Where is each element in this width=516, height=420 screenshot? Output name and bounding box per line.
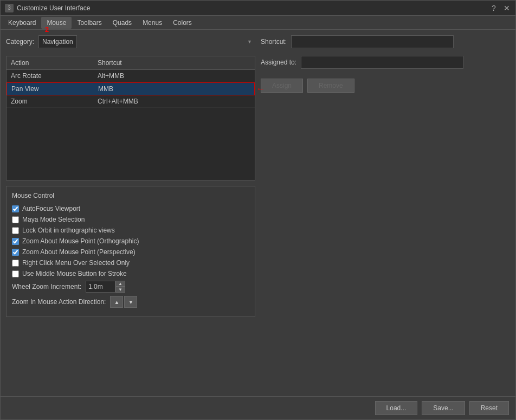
- menu-colors[interactable]: Colors: [167, 17, 197, 29]
- lock-orbit-row: Lock Orbit in orthographic views: [12, 227, 249, 234]
- mouse-control-title: Mouse Control: [12, 192, 249, 199]
- zoom-persp-checkbox[interactable]: [12, 249, 19, 256]
- wheel-zoom-label: Wheel Zoom Increment:: [12, 283, 81, 290]
- autofocus-label: AutoFocus Viewport: [22, 205, 80, 212]
- right-click-row: Right Click Menu Over Selected Only: [12, 259, 249, 267]
- actions-table: Action Shortcut Arc Rotate Alt+MMB Pan V…: [6, 56, 255, 180]
- lock-orbit-label: Lock Orbit in orthographic views: [22, 227, 115, 234]
- wheel-zoom-up[interactable]: ▲: [115, 281, 125, 287]
- main-window: 3 Customize User Interface ? ✕ Keyboard …: [0, 0, 516, 420]
- shortcut-row: Shortcut:: [261, 35, 510, 48]
- right-click-label: Right Click Menu Over Selected Only: [22, 259, 130, 267]
- category-label: Category:: [6, 38, 34, 46]
- window-title: Customize User Interface: [17, 4, 90, 12]
- zoom-direction-dropdown[interactable]: ▼: [124, 296, 137, 308]
- category-row: Category: Navigation Viewport Edit File: [6, 35, 255, 48]
- app-icon: 3: [5, 4, 14, 12]
- remove-button[interactable]: Remove: [307, 79, 354, 93]
- title-bar: 3 Customize User Interface ? ✕: [1, 1, 515, 16]
- assigned-label: Assigned to:: [261, 59, 296, 66]
- zoom-direction-group: ▲ ▼: [110, 296, 137, 308]
- category-select[interactable]: Navigation Viewport Edit File: [38, 35, 77, 48]
- assign-button[interactable]: Assign: [261, 79, 303, 93]
- header-shortcut: Shortcut: [93, 56, 255, 69]
- zoom-persp-label: Zoom About Mouse Point (Perspective): [22, 248, 136, 256]
- zoom-ortho-checkbox[interactable]: [12, 238, 19, 245]
- shortcut-cell: MMB: [94, 83, 254, 95]
- action-cell: Arc Rotate: [7, 70, 93, 82]
- zoom-direction-row: Zoom In Mouse Action Direction: ▲ ▼: [12, 296, 249, 308]
- shortcut-cell: Ctrl+Alt+MMB: [93, 95, 255, 107]
- table-body: Arc Rotate Alt+MMB Pan View MMB ← Zoom C…: [7, 70, 255, 108]
- shortcut-label: Shortcut:: [261, 38, 287, 46]
- action-cell: Zoom: [7, 95, 93, 107]
- maya-mode-label: Maya Mode Selection: [22, 216, 85, 223]
- middle-btn-checkbox[interactable]: [12, 270, 19, 277]
- right-click-checkbox[interactable]: [12, 260, 19, 267]
- zoom-persp-row: Zoom About Mouse Point (Perspective): [12, 248, 249, 256]
- menu-keyboard[interactable]: Keyboard: [3, 17, 41, 29]
- menu-menus[interactable]: Menus: [137, 17, 167, 29]
- action-cell: Pan View: [7, 83, 94, 95]
- save-button[interactable]: Save...: [422, 401, 465, 415]
- middle-btn-label: Use Middle Mouse Button for Stroke: [22, 270, 127, 277]
- table-row[interactable]: Arc Rotate Alt+MMB: [7, 70, 255, 82]
- table-row[interactable]: Zoom Ctrl+Alt+MMB: [7, 95, 255, 108]
- close-button[interactable]: ✕: [502, 4, 511, 12]
- assigned-row: Assigned to:: [261, 56, 510, 69]
- menu-mouse[interactable]: Mouse: [41, 17, 72, 29]
- table-row[interactable]: Pan View MMB ←: [7, 82, 255, 95]
- help-button[interactable]: ?: [489, 4, 498, 12]
- mouse-control-section: Mouse Control AutoFocus Viewport Maya Mo…: [6, 186, 255, 317]
- menu-toolbars[interactable]: Toolbars: [72, 17, 107, 29]
- autofocus-checkbox[interactable]: [12, 205, 19, 212]
- assigned-input[interactable]: [301, 56, 463, 69]
- load-button[interactable]: Load...: [375, 401, 418, 415]
- shortcut-action-buttons: Assign Remove: [261, 79, 510, 93]
- right-panel: Shortcut: Assigned to: Assign Remove: [261, 35, 510, 391]
- zoom-direction-label: Zoom In Mouse Action Direction:: [12, 298, 106, 306]
- menu-bar: Keyboard Mouse Toolbars Quads Menus Colo…: [1, 16, 515, 30]
- left-panel: Category: Navigation Viewport Edit File …: [6, 35, 255, 391]
- zoom-ortho-row: Zoom About Mouse Point (Orthographic): [12, 237, 249, 245]
- table-header: Action Shortcut: [7, 56, 255, 70]
- autofocus-row: AutoFocus Viewport: [12, 205, 249, 212]
- wheel-zoom-down[interactable]: ▼: [115, 287, 125, 293]
- header-action: Action: [7, 56, 93, 69]
- wheel-zoom-input[interactable]: [86, 281, 115, 293]
- maya-mode-checkbox[interactable]: [12, 216, 19, 223]
- wheel-zoom-spinner: ▲ ▼: [86, 281, 125, 293]
- reset-button[interactable]: Reset: [469, 401, 509, 415]
- zoom-ortho-label: Zoom About Mouse Point (Orthographic): [22, 237, 139, 245]
- shortcut-cell: Alt+MMB: [93, 70, 255, 82]
- middle-btn-row: Use Middle Mouse Button for Stroke: [12, 270, 249, 277]
- zoom-direction-up[interactable]: ▲: [110, 296, 123, 308]
- shortcut-input[interactable]: [291, 35, 454, 48]
- wheel-zoom-row: Wheel Zoom Increment: ▲ ▼: [12, 281, 249, 293]
- bottom-bar: Load... Save... Reset: [1, 396, 515, 419]
- content-area: Category: Navigation Viewport Edit File …: [1, 30, 515, 396]
- menu-quads[interactable]: Quads: [107, 17, 137, 29]
- maya-mode-row: Maya Mode Selection: [12, 216, 249, 223]
- lock-orbit-checkbox[interactable]: [12, 227, 19, 234]
